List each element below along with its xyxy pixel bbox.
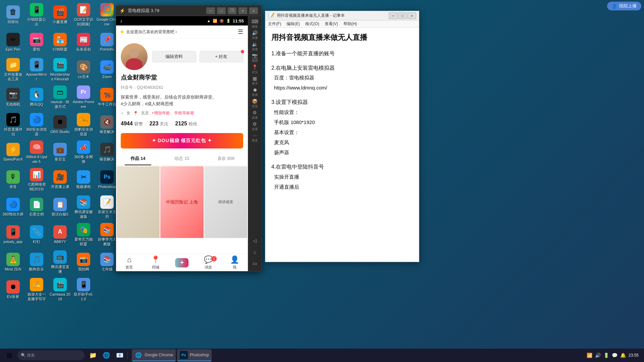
icon-zoom[interactable]: 📹 Zoom xyxy=(96,57,118,83)
icon-speedpanx[interactable]: ⚡ SpeedPanX xyxy=(2,139,24,165)
emulator-maximize-btn[interactable]: □ xyxy=(217,7,226,14)
tray-msg-icon[interactable]: 💬 xyxy=(612,353,618,358)
sidebar-settings-btn[interactable]: ⚙ 设置 xyxy=(249,110,261,120)
icon-recording[interactable]: 🎙 录音 xyxy=(2,167,24,193)
icon-liebao[interactable]: 🐆 猎豹安全浏览器 xyxy=(72,112,95,138)
icon-wuhe[interactable]: 📷 无他相机 xyxy=(2,84,24,110)
icon-abbyy[interactable]: A ABBYY xyxy=(49,222,71,248)
icon-pointofix[interactable]: 📌 Pointofix xyxy=(96,29,118,55)
icon-360ke[interactable]: 📣 360客-全网推 xyxy=(72,139,95,165)
nav-me[interactable]: 👤 我 xyxy=(221,255,248,270)
notepad-content-area[interactable]: 用抖音视频直播来做无人直播 1.准备一个能开直播的账号 2.在电脑上安装雷电模拟… xyxy=(265,28,419,262)
icon-mindzen[interactable]: 🧘 Mind ZEN xyxy=(2,249,24,275)
sidebar-multiopen-btn[interactable]: ▦ 多开 xyxy=(249,76,261,86)
create-plus-btn[interactable]: + xyxy=(175,258,189,267)
notepad-minimize-btn[interactable]: ─ xyxy=(389,12,397,19)
emulator-restore-btn[interactable]: ❐ xyxy=(228,7,236,14)
tray-volume-icon[interactable]: 🔊 xyxy=(595,353,601,358)
icon-file-batch[interactable]: 📁 文件批量改名工具 xyxy=(2,57,24,83)
sidebar-vol-up-btn[interactable]: 🔊 加量 xyxy=(249,30,261,40)
icon-navicat[interactable]: 🗃 navicat - 快捷方式 xyxy=(49,84,71,110)
taskbar-file-explorer[interactable]: 📁 xyxy=(87,349,99,361)
icon-xmind[interactable]: 🧠 XMind 8 Update 5 xyxy=(25,139,48,165)
icon-nawo[interactable]: 📋 那沃白板5 xyxy=(49,194,71,220)
floating-momoshangbo-btn[interactable]: 👤 陌陌上播 xyxy=(607,2,641,10)
icon-csshu[interactable]: 🎨 cs否术 xyxy=(72,57,95,83)
icon-haoshi[interactable]: 📚 好事学习人教版 xyxy=(96,222,118,248)
icon-kaizhibao[interactable]: 🎥 开直播上课 xyxy=(49,167,71,193)
tiktok-profile-content[interactable]: 去设置自己喜欢的背景图吧 › ☰ 编辑资料 xyxy=(116,25,248,254)
tray-network-icon[interactable]: 📶 xyxy=(587,353,592,358)
emulator-expand-btn[interactable]: » xyxy=(249,7,258,14)
icon-travel[interactable]: ✍ 旅游大全一直播手写字 xyxy=(25,277,48,303)
icon-camtasia[interactable]: 🎬 Camtasia 2019 xyxy=(49,277,71,303)
icon-evluping[interactable]: ⏺ EV录屏 xyxy=(2,277,24,303)
taskbar-outlook[interactable]: 📧 xyxy=(113,349,126,361)
icon-ocr-video[interactable]: 📝 OCR文字识别[视频] xyxy=(72,2,95,28)
icon-xiaoqu[interactable]: 🎬 小趣直播 xyxy=(49,2,71,28)
start-button[interactable]: ⊞ xyxy=(3,349,16,362)
thumb-3[interactable]: 精讲难度 xyxy=(204,166,247,238)
icon-toutiao[interactable]: 📰 头条原创 xyxy=(72,29,95,55)
tray-clock[interactable]: 23:55 xyxy=(629,353,639,358)
icon-obs[interactable]: ⏺ OBS Studio xyxy=(49,112,71,138)
icon-tencent-class-live[interactable]: 📺 腾讯课堂直播 xyxy=(49,249,71,275)
thumb-1[interactable] xyxy=(117,166,160,238)
emulator-close-btn[interactable]: × xyxy=(238,7,247,14)
menu-file[interactable]: 文件(F) xyxy=(268,21,281,27)
sidebar-back-btn[interactable]: ◁ xyxy=(249,236,261,246)
icon-wopai[interactable]: 📸 我拍网 xyxy=(72,249,95,275)
icon-noise[interactable]: 🔇 噪音解决 xyxy=(96,112,118,138)
sidebar-install-btn[interactable]: 📦 安装 xyxy=(249,99,261,109)
icon-qinianji[interactable]: 📚 七年级 xyxy=(96,249,118,275)
notepad-close-btn[interactable]: × xyxy=(408,12,416,19)
sidebar-task-btn[interactable]: ▭ xyxy=(249,258,261,268)
sidebar-more-btn[interactable]: ··· 更多 xyxy=(249,133,261,143)
add-friend-btn[interactable]: + 好友 xyxy=(200,51,244,62)
menu-view[interactable]: 查看(V) xyxy=(325,21,338,27)
icon-ps[interactable]: Ps Photoshop xyxy=(96,167,118,193)
sidebar-record-btn[interactable]: ⏺ 录屏 xyxy=(249,87,261,97)
taskbar-chrome[interactable]: 🌐 Google Chrome xyxy=(132,349,176,361)
icon-apowermirror[interactable]: 📱 ApowerMirror xyxy=(25,57,48,83)
tab-dynamic[interactable]: 动态 15 xyxy=(160,152,204,165)
sidebar-screenshot-btn[interactable]: 📷 截图 xyxy=(249,53,261,63)
icon-qitu[interactable]: 📊 七图网络营销(2019) xyxy=(25,167,48,193)
icon-premiere[interactable]: Pr Adobe Premiere xyxy=(72,84,95,110)
cortana-search[interactable]: 🔍 搜索 xyxy=(17,350,85,360)
menu-format[interactable]: 格式(O) xyxy=(305,21,319,27)
tray-battery-icon[interactable]: 🔋 xyxy=(603,353,609,358)
tab-works[interactable]: 作品 14 xyxy=(116,152,160,165)
emulator-minimize-btn[interactable]: ─ xyxy=(206,7,215,14)
nav-create[interactable]: + xyxy=(169,258,195,267)
edit-profile-btn[interactable]: 编辑资料 xyxy=(152,51,196,62)
icon-recycle-bin[interactable]: 🗑 回收站 xyxy=(2,2,24,28)
sidebar-vol-down-btn[interactable]: 🔉 减量 xyxy=(249,42,261,52)
sidebar-settings2-btn[interactable]: ⚙ 设置 xyxy=(249,121,261,131)
hamburger-menu[interactable]: ☰ xyxy=(238,28,243,36)
icon-filmora[interactable]: 🎬 Wondershare Filmora9 xyxy=(49,57,71,83)
icon-aipai[interactable]: 📷 爱拍 xyxy=(25,29,48,55)
icon-dingding[interactable]: 📎 钉钉 xyxy=(25,222,48,248)
icon-douyin[interactable]: 🎵 抖音直播伴侣 xyxy=(2,112,24,138)
menu-edit[interactable]: 编辑(E) xyxy=(286,21,300,27)
icon-noise2[interactable]: 🎵 噪音解决 xyxy=(96,139,118,165)
icon-niuniu[interactable]: 🐂 牛牛工作台 xyxy=(96,84,118,110)
taskbar-photoshop[interactable]: Ps Photoshop xyxy=(177,349,212,361)
icon-google-chrome[interactable]: 🌐 Google Chrome xyxy=(96,2,118,28)
notification-bar[interactable]: 去设置自己喜欢的背景图吧 › ☰ xyxy=(116,25,248,39)
icon-tengxun-class[interactable]: 📚 腾讯课堂极速版 xyxy=(72,194,95,220)
icon-pstudy[interactable]: 📱 pstudy_app xyxy=(2,222,24,248)
sidebar-location-btn[interactable]: 📍 定位 xyxy=(249,64,261,74)
icon-360browser[interactable]: 🔵 360安全浏览器 xyxy=(25,112,48,138)
dou-banner[interactable]: ✦ DOU福袋 领百元红包 ✦ xyxy=(121,133,243,148)
icon-360jiasheng[interactable]: 🔵 360驾动大师 xyxy=(2,194,24,220)
taskbar-edge[interactable]: 🌐 xyxy=(100,349,113,361)
notepad-maximize-btn[interactable]: □ xyxy=(398,12,407,19)
nav-messages[interactable]: 💬 消息 1 xyxy=(195,255,222,270)
add-tags-btn[interactable]: +增加年龄、学校等标签 xyxy=(152,110,194,116)
icon-new-text[interactable]: 📝 新建文本文档 xyxy=(96,194,118,220)
sidebar-keyboard-btn[interactable]: ⌨ 键盘 xyxy=(249,19,261,29)
icon-clip[interactable]: ✂ 视频课程 xyxy=(72,167,95,193)
icon-kebai[interactable]: 💼 客百宝 xyxy=(49,139,71,165)
